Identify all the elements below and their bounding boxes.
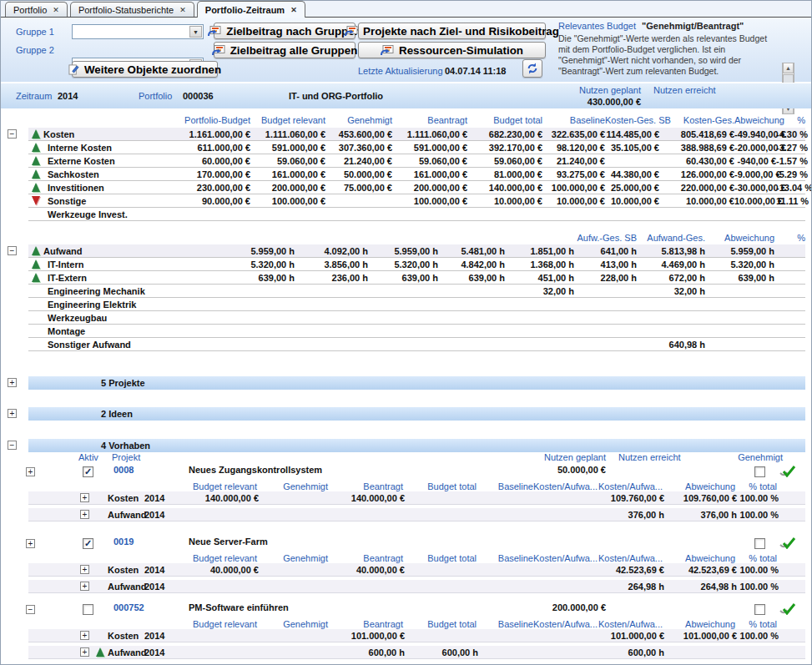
trend-icon (28, 169, 43, 179)
cell: -49.940,00 € (734, 129, 776, 139)
tab-portfolio-zeitraum[interactable]: Portfolio-Zeitraum ✕ (197, 1, 305, 18)
row-label: IT-Extern (43, 273, 203, 283)
cell: 11.11 % (776, 196, 805, 206)
genehmigt-checkbox[interactable] (754, 604, 765, 615)
cell: 639,00 h (203, 273, 295, 283)
tab-portfolio[interactable]: Portfolio ✕ (5, 2, 68, 17)
column-header: % (776, 115, 805, 125)
expander-icon[interactable] (80, 647, 89, 657)
expander-icon[interactable] (8, 378, 17, 387)
cell: 81.000,00 € (467, 169, 542, 179)
nutzen-geplant-header: Nutzen geplant (502, 452, 606, 462)
expander-icon[interactable] (80, 510, 89, 519)
cell: -4.30 % (776, 129, 805, 139)
project-id-link[interactable]: 0019 (113, 537, 134, 547)
chevron-down-icon[interactable]: ▼ (189, 26, 202, 38)
column-header: Abweichung (663, 481, 735, 491)
zielbeitrag-nach-gruppen-button[interactable]: Zielbeitrag nach Gruppen (214, 23, 356, 39)
cell: 640,98 h (637, 340, 705, 350)
tab-label: Portfolio-Statusberichte (78, 5, 174, 15)
expander-icon[interactable] (80, 631, 89, 640)
close-icon[interactable]: ✕ (53, 6, 59, 14)
main-table: Portfolio-Budget Budget relevant Genehmi… (1, 109, 811, 659)
expander-icon[interactable] (26, 467, 35, 476)
cell: 161.000,00 € (392, 169, 467, 179)
refresh-button[interactable] (522, 59, 542, 78)
close-icon[interactable]: ✕ (179, 6, 186, 14)
column-header: % total (735, 619, 777, 629)
cell: 5.959,00 h (368, 246, 438, 256)
table-row: Werkzeuge Invest. (28, 208, 805, 221)
project-id-link[interactable]: 0008 (113, 465, 134, 475)
section-vorhaben: 4 Vorhaben (28, 439, 805, 452)
project-id-link[interactable]: 000752 (113, 602, 144, 612)
cell: 10.000,00 € (467, 196, 542, 206)
cell: 230.000,00 € (179, 183, 250, 193)
column-header: Baseline (477, 553, 533, 563)
expander-icon[interactable] (80, 582, 89, 591)
aktiv-checkbox[interactable] (83, 604, 93, 615)
scroll-up-icon[interactable]: ▲ (783, 63, 794, 73)
cell: -30.000,00 € (734, 183, 776, 193)
column-header: Genehmigt (325, 115, 392, 125)
cell: 59.060,00 € (467, 156, 542, 166)
expander-icon[interactable] (80, 493, 89, 502)
cell: 101.000,00 € (664, 631, 737, 641)
genehmigt-checkbox[interactable] (754, 466, 765, 477)
cell: 611.000,00 € (179, 143, 250, 153)
ressourcen-simulation-button[interactable]: Ressourcen-Simulation (358, 42, 546, 58)
column-header: Beantragt (328, 553, 403, 563)
relevantes-budget-description: Die "Genehmigt"-Werte werden als relevan… (558, 33, 774, 77)
cell: 264,98 h (664, 582, 737, 592)
nutzen-geplant-value: 430.000,00 € (518, 97, 641, 107)
row-label: Interne Kosten (43, 143, 179, 153)
cell: 140.000,00 € (181, 493, 259, 503)
section-ideen: 2 Ideen (28, 407, 805, 421)
row-label: Engineering Mechanik (43, 286, 203, 296)
button-label: Zielbeitrag nach Gruppen (226, 25, 361, 38)
nutzen-geplant-value: 50.000,00 € (485, 465, 606, 475)
approve-check-icon[interactable] (779, 603, 797, 615)
cell: 228,00 h (574, 273, 637, 283)
cell: 10.000,00 € (734, 196, 776, 206)
cell: 59.060,00 € (392, 156, 467, 166)
expander-icon[interactable] (26, 605, 35, 614)
expander-icon[interactable] (26, 539, 35, 548)
project-cost-row: Kosten 2014 140.000,00 € 140.000,00 € 10… (28, 491, 805, 505)
genehmigt-checkbox[interactable] (754, 538, 765, 549)
cell: 392.170,00 € (467, 143, 542, 153)
approve-check-icon[interactable] (779, 537, 797, 549)
cell: 75.000,00 € (325, 183, 392, 193)
cell: 40.000,00 € (181, 565, 259, 575)
expander-icon[interactable] (80, 565, 89, 574)
project-effort-row: Aufwand 2014 600,00 h 600,00 h 600,00 h (28, 646, 805, 659)
aktiv-checkbox[interactable] (83, 466, 93, 477)
expander-icon[interactable] (8, 409, 17, 418)
column-header: % total (735, 553, 777, 563)
cell: 220.000,00 € (659, 183, 734, 193)
expander-icon[interactable] (8, 246, 17, 255)
button-label: Ressourcen-Simulation (399, 44, 523, 57)
table-row: Engineering Elektrik (28, 298, 805, 311)
trend-icon (28, 156, 43, 165)
column-header: Abweichung (663, 619, 735, 629)
expander-icon[interactable] (8, 441, 17, 450)
cell: 1.111.060,00 € (250, 129, 325, 139)
cell: 200.000,00 € (250, 183, 325, 193)
projekte-nach-ziel-button[interactable]: Projekte nach Ziel- und Risikobeitrag (358, 23, 546, 39)
close-icon[interactable]: ✕ (290, 6, 297, 14)
cell: 5.959,00 h (705, 246, 774, 256)
section-label: 4 Vorhaben (101, 441, 150, 451)
column-header: Kosten-Ges. SB (605, 115, 659, 125)
cell: 40.000,00 € (330, 565, 405, 575)
project-name: Neues Zugangskontrollsystem (189, 465, 322, 475)
aktiv-checkbox[interactable] (83, 538, 93, 549)
zielbeitrag-alle-gruppen-button[interactable]: Zielbeitrag alle Gruppen (214, 42, 356, 58)
genehmigt-column-header: Genehmigt (719, 452, 783, 462)
weitere-objekte-button[interactable]: Weitere Objekte zuordnen (72, 61, 218, 78)
expander-icon[interactable] (8, 129, 17, 139)
tab-portfolio-statusberichte[interactable]: Portfolio-Statusberichte ✕ (70, 2, 194, 17)
approve-check-icon[interactable] (779, 466, 797, 477)
gruppe1-select[interactable]: ▼ (72, 24, 204, 39)
cell: 600,00 h (405, 647, 478, 657)
